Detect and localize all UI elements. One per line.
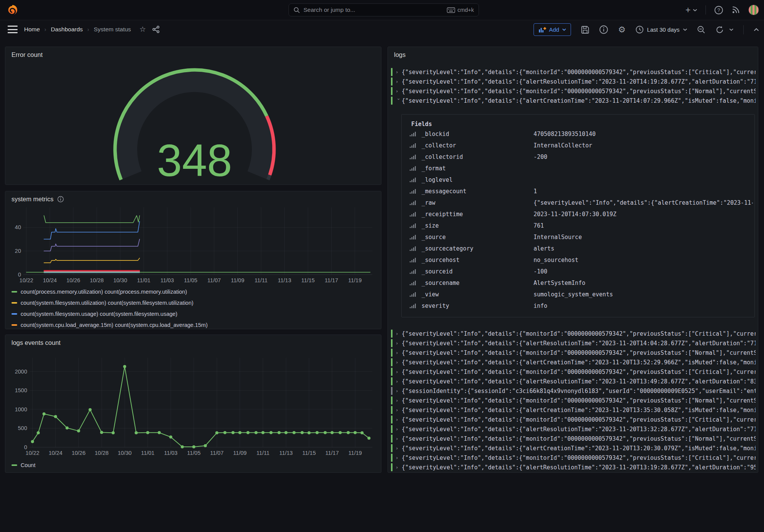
log-row[interactable]: ›{"severityLevel":"Info","details":{"ale…	[391, 443, 756, 453]
field-stats-icon[interactable]	[410, 132, 416, 137]
grafana-app: Search or jump to... cmd+k +	[0, 0, 764, 532]
field-stats-icon[interactable]	[410, 269, 416, 274]
log-row[interactable]: ›{"severityLevel":"Info","details":{"mon…	[391, 415, 756, 424]
log-row[interactable]: ›{"severityLevel":"Info","details":{"mon…	[391, 86, 756, 96]
panel-info-icon[interactable]	[57, 196, 64, 202]
chevron-right-icon[interactable]: ›	[396, 369, 402, 375]
chevron-right-icon[interactable]: ›	[396, 446, 402, 451]
log-row[interactable]: ›{"severityLevel":"Info","details":{"mon…	[391, 367, 756, 377]
field-key: _sourcehost	[422, 257, 459, 264]
new-menu-button[interactable]: +	[686, 6, 697, 14]
log-row[interactable]: ›{"severityLevel":"Info","details":{"ale…	[391, 338, 756, 348]
field-stats-icon[interactable]	[410, 189, 416, 194]
field-stats-icon[interactable]	[410, 143, 416, 148]
chevron-right-icon[interactable]: ›	[396, 331, 402, 336]
svg-text:1000: 1000	[15, 406, 27, 412]
share-button[interactable]	[152, 26, 160, 33]
log-row[interactable]: ›{"sessionIdentity":{"sessionId":"c3ci66…	[391, 386, 756, 396]
log-row[interactable]: ›{"severityLevel":"Info","details":{"mon…	[391, 348, 756, 357]
field-value: 470508213893510140	[534, 131, 753, 137]
chevron-right-icon[interactable]: ›	[396, 398, 402, 403]
log-row[interactable]: ›{"severityLevel":"Info","details":{"ale…	[391, 96, 756, 105]
refresh-icon	[715, 26, 724, 34]
log-line-text: {"severityLevel":"Info","details":{"aler…	[402, 407, 756, 414]
field-row: _sourcecategoryalerts	[402, 243, 754, 254]
log-row[interactable]: ›{"severityLevel":"Info","details":{"ale…	[391, 77, 756, 86]
save-dashboard-button[interactable]	[581, 26, 589, 34]
panel-logs-events-count[interactable]: logs events count 10/2210/2410/2610/2810…	[5, 335, 381, 473]
field-stats-icon[interactable]	[410, 304, 416, 309]
log-row[interactable]: ›{"severityLevel":"Info","details":{"ale…	[391, 357, 756, 367]
field-row: _receipttime2023-11-20T14:07:30.019Z	[402, 209, 754, 220]
panel-system-metrics[interactable]: system metrics 10/2210/2410/2610/2810/30…	[5, 191, 381, 329]
log-row[interactable]: ›{"severityLevel":"Info","details":{"ale…	[391, 424, 756, 434]
legend-item[interactable]: count(system.cpu.load_average.15m) count…	[11, 319, 377, 329]
log-row[interactable]: ›{"severityLevel":"Info","details":{"mon…	[391, 453, 756, 462]
field-stats-icon[interactable]	[410, 258, 416, 263]
chevron-right-icon[interactable]: ›	[396, 360, 402, 365]
chevron-right-icon[interactable]: ›	[396, 417, 402, 422]
field-stats-icon[interactable]	[410, 235, 416, 240]
chevron-right-icon[interactable]: ›	[396, 465, 402, 470]
log-row[interactable]: ›{"severityLevel":"Info","details":{"mon…	[391, 396, 756, 405]
field-stats-icon[interactable]	[410, 201, 416, 205]
chevron-right-icon[interactable]: ›	[396, 407, 402, 413]
field-stats-icon[interactable]	[410, 292, 416, 297]
refresh-button[interactable]	[715, 26, 733, 34]
field-stats-icon[interactable]	[410, 223, 416, 228]
menu-button[interactable]	[8, 26, 18, 33]
search-input[interactable]: Search or jump to... cmd+k	[289, 3, 479, 16]
log-row[interactable]: ›{"severityLevel":"Info","details":{"ale…	[391, 377, 756, 386]
news-button[interactable]	[732, 6, 740, 14]
chevron-down-icon[interactable]: ›	[396, 98, 401, 104]
time-range-picker[interactable]: Last 30 days	[636, 26, 687, 34]
field-value: info	[534, 302, 753, 309]
chevron-down-icon[interactable]	[729, 28, 733, 31]
field-key: _collector	[422, 142, 456, 149]
panel-error-count[interactable]: Error count 348	[5, 47, 381, 185]
log-row[interactable]: ›{"severityLevel":"Info","details":{"mon…	[391, 329, 756, 338]
log-row[interactable]: ›{"severityLevel":"Info","details":{"mon…	[391, 434, 756, 443]
breadcrumb-home[interactable]: Home	[24, 26, 40, 33]
divider	[706, 5, 706, 15]
field-stats-icon[interactable]	[410, 246, 416, 251]
chevron-right-icon[interactable]: ›	[396, 388, 402, 394]
panel-logs[interactable]: logs ›{"severityLevel":"Info","details":…	[388, 47, 758, 473]
legend-item[interactable]: count(system.filesystem.usage) count(sys…	[11, 308, 377, 319]
chevron-right-icon[interactable]: ›	[396, 350, 402, 356]
legend-item[interactable]: count(system.filesystem.utilization) cou…	[11, 297, 377, 308]
chevron-right-icon[interactable]: ›	[396, 455, 402, 461]
log-level-bar	[391, 68, 393, 76]
chevron-right-icon[interactable]: ›	[396, 341, 402, 346]
dashboard-settings-button[interactable]: ⚙	[618, 25, 626, 35]
legend-item[interactable]: count(process.memory.utilization) count(…	[11, 286, 377, 297]
svg-text:40: 40	[15, 224, 21, 230]
favorite-star-button[interactable]: ☆	[139, 25, 146, 34]
log-row[interactable]: ›{"severityLevel":"Info","details":{"mon…	[391, 67, 756, 77]
field-stats-icon[interactable]	[410, 281, 416, 286]
collapse-toolbar-button[interactable]	[754, 28, 759, 31]
dashboard-insights-button[interactable]	[599, 25, 608, 34]
zoom-out-button[interactable]	[697, 26, 706, 34]
chevron-right-icon[interactable]: ›	[396, 70, 402, 75]
chevron-right-icon[interactable]: ›	[396, 427, 402, 432]
user-avatar[interactable]	[748, 5, 759, 15]
breadcrumb-dashboards[interactable]: Dashboards	[51, 26, 83, 33]
field-stats-icon[interactable]	[410, 166, 416, 171]
chevron-right-icon[interactable]: ›	[396, 436, 402, 441]
grafana-logo-icon[interactable]	[6, 3, 19, 16]
field-stats-icon[interactable]	[410, 212, 416, 217]
field-stats-icon[interactable]	[410, 155, 416, 160]
chevron-right-icon[interactable]: ›	[396, 89, 402, 94]
chevron-right-icon[interactable]: ›	[396, 379, 402, 384]
field-stats-icon[interactable]	[410, 178, 416, 183]
log-row[interactable]: ›{"severityLevel":"Info","details":{"ale…	[391, 405, 756, 415]
svg-text:11/09: 11/09	[233, 450, 247, 456]
legend-item[interactable]: Count	[11, 459, 377, 471]
help-button[interactable]: ?	[714, 6, 723, 15]
add-button[interactable]: Add	[534, 23, 571, 36]
log-line-text: {"severityLevel":"Info","details":{"moni…	[402, 88, 756, 95]
chevron-right-icon[interactable]: ›	[396, 79, 402, 84]
log-row[interactable]: ›{"severityLevel":"Info","details":{"ale…	[391, 462, 756, 472]
legend-color-dash	[11, 302, 17, 304]
